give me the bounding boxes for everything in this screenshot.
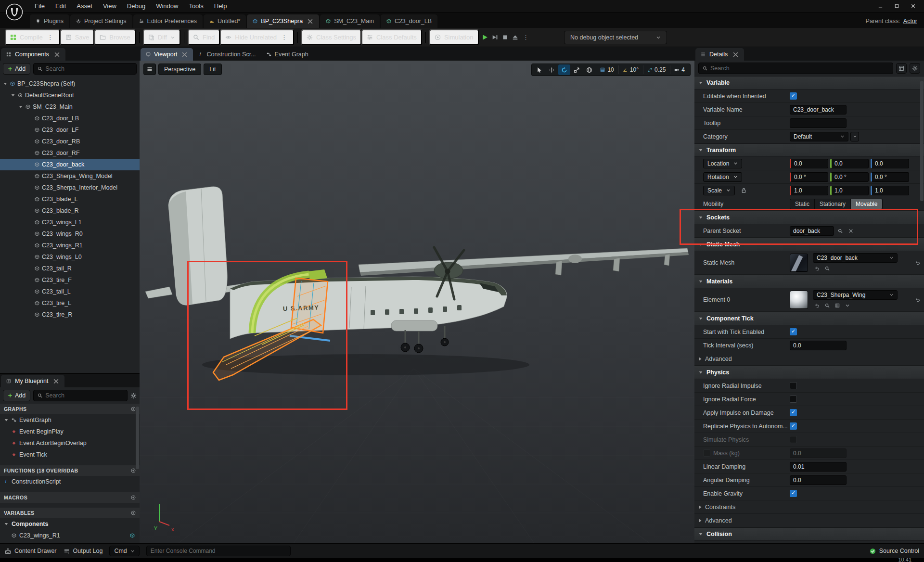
gear-icon[interactable] <box>130 393 137 399</box>
add-component-button[interactable]: Add <box>3 63 30 75</box>
myblueprint-section-functions-18-overridab[interactable]: FUNCTIONS (18 OVERRIDAB <box>0 465 140 476</box>
menu-help[interactable]: Help <box>209 1 232 11</box>
expand-arrow-icon[interactable] <box>698 357 703 361</box>
component-item-c23-wings-l0[interactable]: C23_wings_L0 <box>0 251 140 263</box>
eject-button[interactable] <box>512 34 519 41</box>
expand-arrow-icon[interactable] <box>698 518 703 523</box>
find-button[interactable]: Find <box>188 29 220 45</box>
asset-thumbnail-sphere[interactable] <box>790 291 808 309</box>
simulation-button[interactable]: Simulation <box>429 29 479 45</box>
scale-snap-control[interactable]: 0.25 <box>643 65 669 74</box>
expander-label[interactable]: Advanced <box>705 517 732 524</box>
myblueprint-item-c23-wings-r1[interactable]: C23_wings_R1 <box>0 530 140 541</box>
perspective-dropdown[interactable]: Perspective <box>158 64 201 75</box>
menu-debug[interactable]: Debug <box>122 1 150 11</box>
myblueprint-item-constructionscript[interactable]: fConstructionScript <box>0 476 140 487</box>
rotation-snap-control[interactable]: 10° <box>618 65 642 74</box>
add-macros-icon[interactable] <box>131 495 136 500</box>
expander-label[interactable]: Advanced <box>705 356 732 362</box>
parent-socket-value[interactable]: door_back <box>790 226 834 236</box>
class-settings-button[interactable]: Class Settings <box>301 29 361 45</box>
myblueprint-item-event-actorbeginoverlap[interactable]: Event ActorBeginOverlap <box>0 437 140 449</box>
override-checkbox[interactable] <box>703 449 710 457</box>
play-options-kebab-icon[interactable]: ⋮ <box>522 34 530 41</box>
details-search-input[interactable] <box>710 65 889 72</box>
close-panel-icon[interactable] <box>732 51 739 58</box>
asset-tab-c23-door-lb[interactable]: C23_door_LB <box>381 14 437 28</box>
my-blueprint-scrollbar[interactable] <box>136 407 139 469</box>
details-section-materials[interactable]: Materials <box>694 275 924 288</box>
myblueprint-section-graphs[interactable]: GRAPHS <box>0 404 140 414</box>
component-item-c23-tire-r[interactable]: C23_tire_R <box>0 309 140 320</box>
asset-thumbnail-mesh[interactable] <box>790 254 808 272</box>
rotate-tool-icon[interactable] <box>558 64 570 75</box>
add-blueprint-item-button[interactable]: Add <box>3 390 30 401</box>
scale-y-field[interactable]: 1.0 <box>830 186 869 195</box>
static-mesh-asset-dropdown[interactable]: C23_door_back <box>813 253 898 263</box>
category-extra-dropdown[interactable] <box>850 132 859 141</box>
variable-name-input[interactable]: C23_door_back <box>790 105 847 115</box>
play-button[interactable] <box>481 34 488 41</box>
enable-gravity-checkbox[interactable] <box>790 490 797 497</box>
camera-speed-control[interactable]: 4 <box>670 65 689 74</box>
component-item-c23-tire-l[interactable]: C23_tire_L <box>0 297 140 309</box>
location-y-field[interactable]: 0.0 <box>830 159 869 168</box>
move-tool-icon[interactable] <box>546 64 558 75</box>
component-item-c23-door-lb[interactable]: C23_door_LB <box>0 113 140 124</box>
display-filter-icon[interactable] <box>896 63 907 74</box>
menu-window[interactable]: Window <box>151 1 183 11</box>
menu-view[interactable]: View <box>98 1 121 11</box>
my-blueprint-panel-tab[interactable]: My Blueprint <box>1 375 64 387</box>
compile-button[interactable]: Compile⋮ <box>5 29 60 45</box>
expand-arrow-icon[interactable] <box>4 418 9 422</box>
settings-gear-icon[interactable] <box>910 63 920 74</box>
tooltip-input[interactable] <box>790 118 847 128</box>
component-item-c23-door-rb[interactable]: C23_door_RB <box>0 136 140 147</box>
mobility-movable-button[interactable]: Movable <box>851 199 883 209</box>
diff-button[interactable]: Diff <box>143 29 180 45</box>
replicate-physics-to-autonom-checkbox[interactable] <box>790 422 797 430</box>
details-section-transform[interactable]: Transform <box>694 143 924 157</box>
location-axis-dropdown[interactable]: Location <box>703 159 742 168</box>
viewport-options-menu-button[interactable] <box>143 64 156 75</box>
stop-button[interactable] <box>501 34 509 41</box>
viewport-3d-canvas[interactable]: U S.ARMY -Y x <box>140 61 694 543</box>
rotation-axis-dropdown[interactable]: Rotation <box>703 172 742 182</box>
asset-tab-untitled[interactable]: Untitled* <box>204 14 246 28</box>
mass-kg-input[interactable]: 0.0 <box>790 448 847 458</box>
scale-axis-dropdown[interactable]: Scale <box>703 186 735 195</box>
class-defaults-button[interactable]: Class Defaults <box>361 29 422 45</box>
component-item-c23-blade-r[interactable]: C23_blade_R <box>0 205 140 217</box>
ignore-radial-impulse-checkbox[interactable] <box>790 382 797 389</box>
close-button[interactable] <box>906 1 920 11</box>
output-log-button[interactable]: Output Log <box>64 548 103 554</box>
source-control-button[interactable]: Source Control <box>870 548 919 554</box>
details-section-static-mesh[interactable]: Static Mesh <box>694 238 924 251</box>
component-item-c23-door-back[interactable]: C23_door_back <box>0 159 140 170</box>
asset-tab-plugins[interactable]: Plugins <box>30 14 69 28</box>
details-section-component-tick[interactable]: Component Tick <box>694 312 924 325</box>
component-item-c23-wings-r0[interactable]: C23_wings_R0 <box>0 228 140 240</box>
component-item-c23-wings-l1[interactable]: C23_wings_L1 <box>0 217 140 228</box>
my-blueprint-search-input[interactable] <box>45 392 123 399</box>
close-panel-icon[interactable] <box>54 51 60 58</box>
console-command-dropdown[interactable]: Cmd <box>109 546 139 556</box>
details-scrollbar[interactable] <box>920 81 924 201</box>
menu-asset[interactable]: Asset <box>72 1 97 11</box>
component-item-c23-sherpa-interior-model[interactable]: C23_Sherpa_Interior_Model <box>0 182 140 193</box>
start-with-tick-enabled-checkbox[interactable] <box>790 328 797 335</box>
mobility-static-button[interactable]: Static <box>790 199 815 209</box>
close-panel-icon[interactable] <box>53 378 59 384</box>
details-section-variable[interactable]: Variable <box>694 76 924 89</box>
component-item-sm-c23-main[interactable]: SM_C23_Main <box>0 101 140 113</box>
components-search-input[interactable] <box>45 65 132 72</box>
socket-clear-button[interactable] <box>847 227 855 235</box>
socket-picker-button[interactable] <box>836 227 845 235</box>
component-item-c23-tail-l[interactable]: C23_tail_L <box>0 286 140 297</box>
myblueprint-item-eventgraph[interactable]: EventGraph <box>0 414 140 426</box>
viewport-tab-construction-scr[interactable]: fConstruction Scr... <box>193 48 261 61</box>
component-item-c23-sherpa-wing-model[interactable]: C23_Sherpa_Wing_Model <box>0 170 140 182</box>
tick-interval-secs-input[interactable]: 0.0 <box>790 341 847 350</box>
menu-file[interactable]: File <box>30 1 50 11</box>
component-item-c23-wings-r1[interactable]: C23_wings_R1 <box>0 240 140 251</box>
